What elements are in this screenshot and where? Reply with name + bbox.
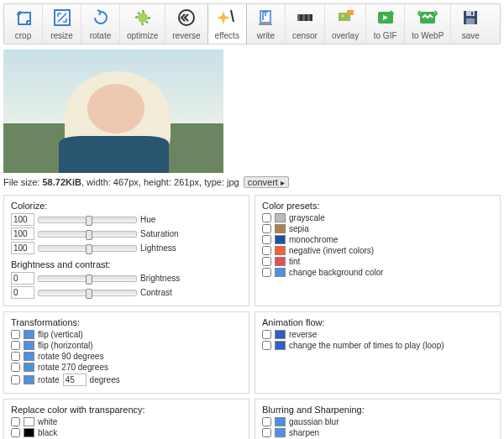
toolbar: cropresizerotateoptimizereverseeffectswr…	[3, 3, 501, 44]
contrast-value[interactable]	[11, 286, 34, 299]
transform-label: flip (vertical)	[38, 330, 83, 339]
preset-check-5[interactable]	[262, 268, 271, 277]
presets-title: Color presets:	[262, 201, 493, 211]
blur-check-0[interactable]	[262, 417, 271, 426]
preset-label: sepia	[289, 224, 309, 233]
swatch-icon	[24, 330, 34, 339]
swatch-icon	[275, 417, 286, 426]
tool-to-gif[interactable]: to GIF	[366, 4, 405, 44]
lightness-value[interactable]	[11, 242, 34, 254]
brightness-value[interactable]	[11, 272, 34, 285]
saturation-label: Saturation	[140, 229, 179, 238]
swatch-icon	[275, 257, 286, 266]
tool-label: resize	[50, 31, 73, 40]
hue-value[interactable]	[11, 213, 34, 226]
anim-label: change the number of times to play (loop…	[289, 341, 444, 350]
tool-label: rotate	[90, 31, 112, 40]
svg-rect-15	[466, 11, 475, 16]
replace-check-1[interactable]	[11, 428, 20, 437]
preset-check-1[interactable]	[262, 224, 271, 233]
saturation-slider[interactable]	[38, 231, 137, 238]
optimize-icon	[133, 8, 153, 28]
transform-check-1[interactable]	[11, 341, 20, 350]
tool-overlay[interactable]: overlay	[325, 4, 366, 44]
preset-check-3[interactable]	[262, 246, 271, 255]
tool-censor[interactable]: censor	[286, 4, 325, 44]
censor-icon	[295, 8, 315, 28]
replace-label: white	[38, 417, 57, 426]
contrast-label: Contrast	[140, 288, 172, 297]
lightness-slider[interactable]	[38, 245, 137, 252]
transforms-panel: Transformations: flip (vertical)flip (ho…	[3, 311, 249, 394]
brightness-slider[interactable]	[38, 275, 137, 282]
swatch-icon	[24, 352, 34, 361]
anim-check-1[interactable]	[262, 341, 271, 350]
tool-label: reverse	[172, 31, 200, 40]
swatch-icon	[275, 268, 286, 277]
transform-check-2[interactable]	[11, 352, 20, 361]
swatch-icon	[275, 330, 286, 339]
swatch-icon	[24, 428, 34, 437]
blur-check-1[interactable]	[262, 428, 271, 437]
swatch-icon	[275, 341, 286, 350]
effects-icon	[217, 8, 237, 28]
replace-check-0[interactable]	[11, 417, 20, 426]
svg-rect-7	[302, 14, 305, 21]
preset-label: monochrome	[289, 235, 338, 244]
brightness-label: Brightness	[140, 274, 180, 283]
overlay-icon	[335, 8, 355, 28]
tool-label: censor	[292, 31, 318, 40]
tool-resize[interactable]: resize	[43, 4, 81, 44]
tool-optimize[interactable]: optimize	[120, 4, 165, 44]
rotate-degrees-input[interactable]	[63, 374, 87, 386]
svg-rect-6	[297, 14, 300, 21]
file-meta: File size: 58.72KiB, width: 467px, heigh…	[3, 176, 501, 188]
save-icon	[460, 8, 480, 28]
swatch-icon	[275, 246, 286, 255]
tool-label: to GIF	[374, 31, 397, 40]
saturation-value[interactable]	[11, 227, 34, 240]
preset-check-0[interactable]	[262, 213, 271, 222]
blur-label: sharpen	[289, 428, 319, 437]
reverse-icon	[176, 8, 197, 28]
tool-crop[interactable]: crop	[4, 4, 43, 44]
tool-label: effects	[215, 31, 239, 40]
transform-label: rotate 90 degrees	[38, 352, 103, 361]
svg-point-10	[341, 14, 344, 18]
swatch-icon	[275, 213, 286, 222]
contrast-slider[interactable]	[38, 290, 137, 296]
tool-label: to WebP	[412, 31, 444, 40]
swatch-icon	[275, 235, 286, 244]
tool-effects[interactable]: effects	[207, 3, 247, 44]
transform-label: flip (horizontal)	[38, 341, 93, 350]
tool-to-webp[interactable]: to WebP	[405, 4, 451, 44]
preset-label: negative (invert colors)	[289, 246, 374, 255]
tool-label: overlay	[332, 31, 359, 40]
tool-label: optimize	[127, 31, 158, 40]
transforms-title: Transformations:	[11, 317, 242, 327]
presets-panel: Color presets: grayscalesepiamonochromen…	[255, 195, 501, 306]
tool-rotate[interactable]: rotate	[81, 4, 120, 44]
anim-check-0[interactable]	[262, 330, 271, 339]
tool-label: write	[257, 31, 275, 40]
anim-label: reverse	[289, 330, 317, 339]
brightness-contrast-title: Brightness and contrast:	[11, 259, 242, 269]
animation-panel: Animation flow: reversechange the number…	[255, 311, 501, 394]
transform-check-3[interactable]	[11, 363, 20, 372]
svg-rect-11	[347, 10, 354, 15]
rotate-custom-check[interactable]	[11, 375, 20, 384]
blur-title: Blurring and Sharpening:	[262, 405, 493, 415]
hue-slider[interactable]	[38, 217, 137, 223]
preset-check-2[interactable]	[262, 235, 271, 244]
tool-write[interactable]: write	[247, 4, 286, 44]
tool-save[interactable]: save	[451, 4, 490, 44]
animation-title: Animation flow:	[262, 317, 493, 327]
transform-check-0[interactable]	[11, 330, 20, 339]
lightness-label: Lightness	[140, 243, 176, 253]
preset-check-4[interactable]	[262, 257, 271, 266]
tool-reverse[interactable]: reverse	[165, 4, 207, 44]
swatch-icon	[275, 224, 286, 233]
crop-icon	[13, 8, 34, 28]
convert-button[interactable]: convert ▸	[244, 176, 289, 188]
replace-label: black	[38, 428, 57, 437]
